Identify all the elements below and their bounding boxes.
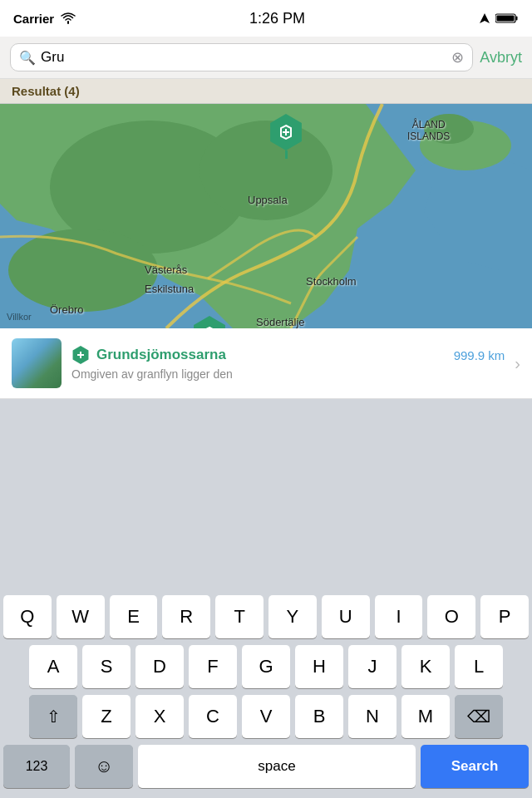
search-clear-button[interactable]: ⊗ — [451, 50, 464, 65]
svg-marker-0 — [480, 13, 490, 23]
result-content: Grundsjömossarna 999.9 km Omgiven av gra… — [71, 346, 505, 381]
key-V[interactable]: V — [242, 695, 290, 738]
result-title-row: Grundsjömossarna 999.9 km — [71, 346, 505, 364]
key-P[interactable]: P — [480, 595, 529, 638]
hex-pin-1 — [268, 114, 304, 150]
map-pin-2[interactable] — [191, 316, 228, 328]
key-D[interactable]: D — [135, 645, 184, 688]
map-label-eskilstuna: Eskilstuna — [145, 283, 194, 295]
status-right — [479, 12, 519, 24]
result-name: Grundsjömossarna — [96, 347, 226, 363]
search-bar: 🔍 ⊗ Avbryt — [0, 37, 532, 79]
result-thumbnail — [12, 338, 62, 388]
key-Y[interactable]: Y — [268, 595, 317, 638]
key-A[interactable]: A — [29, 645, 77, 688]
chevron-right-icon: › — [515, 354, 520, 373]
key-Z[interactable]: Z — [82, 695, 131, 738]
pin-tail-1 — [285, 150, 288, 159]
battery-icon — [495, 12, 519, 24]
key-E[interactable]: E — [110, 595, 158, 638]
key-K[interactable]: K — [401, 645, 450, 688]
keyboard: Q W E R T Y U I O P A S D F G H J K L ⇧ … — [0, 589, 532, 798]
svg-point-10 — [8, 229, 158, 312]
result-list-item[interactable]: Grundsjömossarna 999.9 km Omgiven av gra… — [0, 328, 532, 399]
key-S[interactable]: S — [82, 645, 131, 688]
key-N[interactable]: N — [348, 695, 397, 738]
map-terrain-svg — [0, 104, 532, 328]
key-Q[interactable]: Q — [3, 595, 52, 638]
key-J[interactable]: J — [348, 645, 397, 688]
cancel-button[interactable]: Avbryt — [480, 49, 522, 66]
map-label-sodertalje: Södertälje — [256, 316, 305, 328]
key-O[interactable]: O — [427, 595, 475, 638]
map-background: ÅLANDISLANDS Uppsala Västerås Eskilstuna… — [0, 104, 532, 328]
results-header: Resultat (4) — [0, 79, 532, 104]
map-label-stockholm: Stockholm — [306, 275, 357, 288]
location-icon — [479, 12, 490, 24]
map-container[interactable]: ÅLANDISLANDS Uppsala Västerås Eskilstuna… — [0, 104, 532, 328]
map-label-vasteras: Västerås — [145, 264, 187, 276]
result-icon-small — [71, 346, 90, 364]
key-X[interactable]: X — [135, 695, 184, 738]
key-W[interactable]: W — [57, 595, 105, 638]
key-M[interactable]: M — [401, 695, 450, 738]
key-B[interactable]: B — [295, 695, 343, 738]
map-pin-1[interactable] — [268, 114, 304, 159]
key-T[interactable]: T — [215, 595, 264, 638]
key-L[interactable]: L — [455, 645, 503, 688]
emoji-key[interactable]: ☺ — [75, 745, 133, 788]
key-U[interactable]: U — [322, 595, 370, 638]
search-input[interactable] — [41, 49, 446, 66]
map-label-uppsala: Uppsala — [248, 194, 288, 206]
status-carrier: Carrier — [13, 12, 76, 26]
carrier-label: Carrier — [13, 12, 54, 26]
hex-pin-2 — [191, 316, 228, 328]
result-distance: 999.9 km — [454, 348, 505, 362]
keyboard-row-4: 123 ☺ space Search — [3, 745, 529, 788]
search-key[interactable]: Search — [421, 745, 529, 788]
key-F[interactable]: F — [189, 645, 237, 688]
key-C[interactable]: C — [189, 695, 237, 738]
keyboard-row-2: A S D F G H J K L — [3, 645, 529, 688]
search-input-wrapper[interactable]: 🔍 ⊗ — [10, 43, 473, 71]
result-description: Omgiven av granflyn ligger den — [71, 367, 505, 381]
search-icon: 🔍 — [19, 50, 36, 66]
numbers-key[interactable]: 123 — [3, 745, 70, 788]
map-label-aland: ÅLANDISLANDS — [407, 119, 450, 143]
key-I[interactable]: I — [375, 595, 423, 638]
key-G[interactable]: G — [242, 645, 290, 688]
status-bar: Carrier 1:26 PM — [0, 0, 532, 37]
key-H[interactable]: H — [295, 645, 343, 688]
key-R[interactable]: R — [162, 595, 210, 638]
svg-rect-3 — [497, 16, 515, 22]
delete-key[interactable]: ⌫ — [455, 695, 503, 738]
space-key[interactable]: space — [138, 745, 416, 788]
keyboard-row-1: Q W E R T Y U I O P — [3, 595, 529, 638]
svg-rect-2 — [516, 17, 518, 21]
map-watermark: Villkor — [7, 312, 32, 322]
status-time: 1:26 PM — [249, 10, 305, 27]
shift-key[interactable]: ⇧ — [29, 695, 77, 738]
wifi-icon — [61, 12, 76, 24]
map-label-orebro: Örebro — [50, 303, 83, 316]
keyboard-row-3: ⇧ Z X C V B N M ⌫ — [3, 695, 529, 738]
